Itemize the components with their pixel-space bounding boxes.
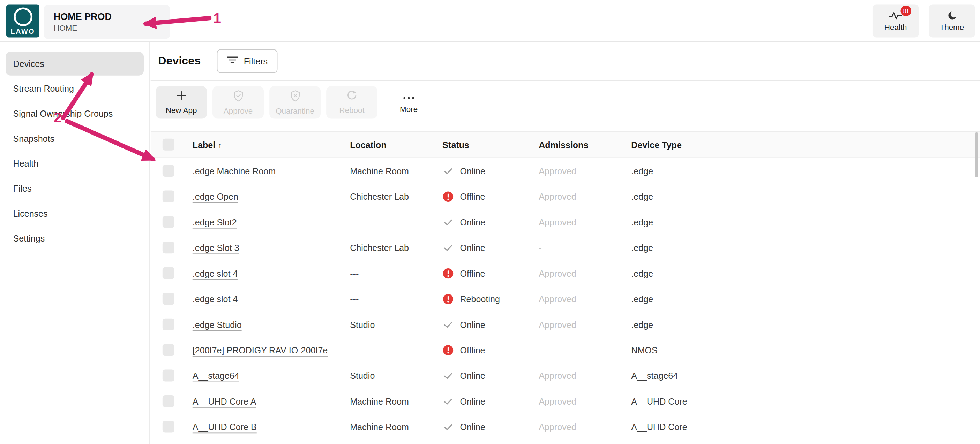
device-type: NMOS bbox=[631, 345, 980, 355]
table-row[interactable]: A__UHD Core BMachine RoomOnlineApprovedA… bbox=[151, 414, 980, 439]
select-all-checkbox[interactable] bbox=[162, 139, 175, 151]
device-admissions: Approved bbox=[539, 422, 631, 432]
device-status: Offline bbox=[442, 344, 539, 355]
toolbar-button-label: New App bbox=[166, 106, 197, 115]
toolbar-new-app-button[interactable]: New App bbox=[156, 86, 207, 119]
theme-button[interactable]: Theme bbox=[929, 5, 975, 38]
device-type: .edge bbox=[631, 319, 980, 329]
device-type: A__stage64 bbox=[631, 371, 980, 381]
table-row[interactable]: .edge slot 4---RebootingApproved.edge bbox=[151, 286, 980, 311]
toolbar-more-button[interactable]: More bbox=[383, 86, 434, 119]
status-text: Online bbox=[460, 371, 485, 381]
toolbar-reboot-button[interactable]: Reboot bbox=[326, 86, 377, 119]
status-text: Online bbox=[460, 217, 485, 227]
status-text: Online bbox=[460, 319, 485, 329]
row-checkbox[interactable] bbox=[162, 421, 175, 433]
health-button-label: Health bbox=[885, 23, 907, 32]
row-checkbox[interactable] bbox=[162, 190, 175, 202]
status-check-icon bbox=[442, 242, 453, 253]
device-status: Online bbox=[442, 319, 539, 330]
sidebar-item-files[interactable]: Files bbox=[6, 177, 144, 200]
table-row[interactable]: .edge Slot2---OnlineApproved.edge bbox=[151, 209, 980, 235]
device-label-link[interactable]: .edge Open bbox=[192, 191, 238, 201]
health-button[interactable]: !!! Health bbox=[873, 5, 919, 38]
status-error-icon bbox=[442, 268, 453, 279]
device-label-link[interactable]: .edge slot 4 bbox=[192, 268, 238, 278]
device-location: Machine Room bbox=[350, 166, 442, 176]
device-label-link[interactable]: .edge Studio bbox=[192, 319, 242, 329]
sidebar-item-signal-ownership-groups[interactable]: Signal Ownership Groups bbox=[6, 102, 144, 125]
sidebar-item-stream-routing[interactable]: Stream Routing bbox=[6, 77, 144, 100]
device-label-link[interactable]: A__UHD Core A bbox=[192, 396, 256, 406]
device-label-link[interactable]: .edge slot 4 bbox=[192, 294, 238, 304]
table-row[interactable]: A__stage64StudioOnlineApprovedA__stage64 bbox=[151, 363, 980, 388]
row-checkbox[interactable] bbox=[162, 267, 175, 279]
lawo-logo-ring-icon bbox=[14, 7, 32, 26]
column-header-label[interactable]: Label↑ bbox=[192, 140, 350, 149]
row-checkbox[interactable] bbox=[162, 319, 175, 330]
main-content: Devices Filters New AppApproveQuarantine… bbox=[151, 42, 980, 444]
device-label-link[interactable]: A__stage64 bbox=[192, 371, 239, 381]
status-text: Offline bbox=[460, 191, 485, 201]
row-checkbox[interactable] bbox=[162, 344, 175, 356]
device-label-link[interactable]: .edge Slot 3 bbox=[192, 243, 239, 253]
device-admissions: Approved bbox=[539, 191, 631, 201]
reboot-icon bbox=[346, 90, 357, 103]
status-error-icon bbox=[442, 293, 453, 304]
row-checkbox[interactable] bbox=[162, 293, 175, 304]
device-admissions: Approved bbox=[539, 217, 631, 227]
device-label-link[interactable]: A__UHD Core B bbox=[192, 422, 257, 432]
column-header-location[interactable]: Location bbox=[350, 140, 442, 149]
sidebar-item-settings[interactable]: Settings bbox=[6, 227, 144, 250]
project-selector[interactable]: HOME PROD HOME bbox=[44, 5, 170, 39]
filters-button[interactable]: Filters bbox=[217, 49, 278, 73]
device-table: Label↑LocationStatusAdmissionsDevice Typ… bbox=[151, 131, 980, 444]
device-type: A__UHD Core bbox=[631, 422, 980, 432]
toolbar-quarantine-button[interactable]: Quarantine bbox=[269, 86, 321, 119]
lawo-logo[interactable]: LAWO bbox=[6, 5, 40, 38]
device-label-link[interactable]: [200f7e] PRODIGY-RAV-IO-200f7e bbox=[192, 345, 328, 355]
device-type: .edge bbox=[631, 294, 980, 304]
device-location: --- bbox=[350, 294, 442, 304]
column-header-device-type[interactable]: Device Type bbox=[631, 140, 980, 149]
device-table-body: .edge Machine RoomMachine RoomOnlineAppr… bbox=[151, 158, 980, 439]
row-checkbox[interactable] bbox=[162, 216, 175, 228]
row-checkbox[interactable] bbox=[162, 241, 175, 254]
sidebar-item-health[interactable]: Health bbox=[6, 152, 144, 175]
sidebar-item-devices[interactable]: Devices bbox=[6, 52, 144, 76]
toolbar-button-label: Approve bbox=[224, 106, 253, 115]
device-location: Studio bbox=[350, 319, 442, 329]
column-header-status[interactable]: Status bbox=[442, 140, 539, 149]
device-location: --- bbox=[350, 268, 442, 278]
ellipsis-icon bbox=[402, 91, 415, 103]
table-row[interactable]: .edge Slot 3Chichester LabOnline-.edge bbox=[151, 235, 980, 260]
device-label-link[interactable]: .edge Slot2 bbox=[192, 217, 237, 227]
sidebar-nav: DevicesStream RoutingSignal Ownership Gr… bbox=[0, 42, 150, 444]
device-admissions: Approved bbox=[539, 371, 631, 381]
sort-arrow-icon: ↑ bbox=[218, 140, 222, 149]
toolbar-approve-button[interactable]: Approve bbox=[212, 86, 264, 119]
row-checkbox[interactable] bbox=[162, 370, 175, 382]
column-header-admissions[interactable]: Admissions bbox=[539, 140, 631, 149]
row-checkbox[interactable] bbox=[162, 395, 175, 407]
device-type: .edge bbox=[631, 243, 980, 253]
sidebar-item-snapshots[interactable]: Snapshots bbox=[6, 127, 144, 151]
shield-x-icon bbox=[290, 90, 300, 104]
device-label-link[interactable]: .edge Machine Room bbox=[192, 166, 275, 176]
device-admissions: Approved bbox=[539, 166, 631, 176]
row-checkbox[interactable] bbox=[162, 165, 175, 177]
table-row[interactable]: .edge StudioStudioOnlineApproved.edge bbox=[151, 312, 980, 337]
table-row[interactable]: .edge Machine RoomMachine RoomOnlineAppr… bbox=[151, 158, 980, 183]
sidebar-item-licenses[interactable]: Licenses bbox=[6, 202, 144, 225]
toolbar: New AppApproveQuarantineRebootMore bbox=[151, 81, 980, 131]
status-text: Online bbox=[460, 243, 485, 253]
status-check-icon bbox=[442, 396, 453, 407]
device-location: --- bbox=[350, 217, 442, 227]
table-row[interactable]: [200f7e] PRODIGY-RAV-IO-200f7eOffline-NM… bbox=[151, 337, 980, 362]
table-row[interactable]: .edge slot 4---OfflineApproved.edge bbox=[151, 260, 980, 286]
vertical-scrollbar-thumb[interactable] bbox=[975, 132, 978, 178]
device-location: Chichester Lab bbox=[350, 243, 442, 253]
table-row[interactable]: .edge OpenChichester LabOfflineApproved.… bbox=[151, 184, 980, 209]
status-check-icon bbox=[442, 319, 453, 330]
table-row[interactable]: A__UHD Core AMachine RoomOnlineApprovedA… bbox=[151, 388, 980, 414]
